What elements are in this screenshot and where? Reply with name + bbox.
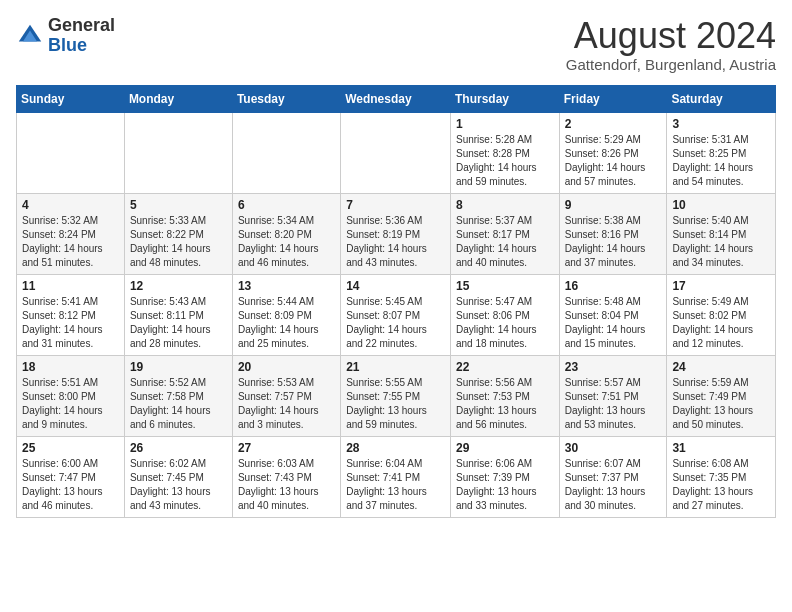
calendar-cell: 9Sunrise: 5:38 AMSunset: 8:16 PMDaylight… [559,193,667,274]
month-title: August 2024 [566,16,776,56]
day-number: 1 [456,117,554,131]
day-number: 25 [22,441,119,455]
day-number: 15 [456,279,554,293]
day-number: 27 [238,441,335,455]
calendar-cell: 14Sunrise: 5:45 AMSunset: 8:07 PMDayligh… [341,274,451,355]
calendar-cell: 8Sunrise: 5:37 AMSunset: 8:17 PMDaylight… [450,193,559,274]
calendar-cell [124,112,232,193]
col-header-monday: Monday [124,85,232,112]
calendar-cell: 23Sunrise: 5:57 AMSunset: 7:51 PMDayligh… [559,355,667,436]
calendar-cell: 1Sunrise: 5:28 AMSunset: 8:28 PMDaylight… [450,112,559,193]
calendar-cell: 12Sunrise: 5:43 AMSunset: 8:11 PMDayligh… [124,274,232,355]
calendar-cell: 27Sunrise: 6:03 AMSunset: 7:43 PMDayligh… [232,436,340,517]
day-number: 2 [565,117,662,131]
day-number: 5 [130,198,227,212]
logo-icon [16,22,44,50]
calendar-cell: 10Sunrise: 5:40 AMSunset: 8:14 PMDayligh… [667,193,776,274]
day-info: Sunrise: 5:53 AMSunset: 7:57 PMDaylight:… [238,376,335,432]
col-header-saturday: Saturday [667,85,776,112]
calendar-cell: 13Sunrise: 5:44 AMSunset: 8:09 PMDayligh… [232,274,340,355]
day-number: 10 [672,198,770,212]
calendar-week-4: 18Sunrise: 5:51 AMSunset: 8:00 PMDayligh… [17,355,776,436]
logo-blue: Blue [48,35,87,55]
day-info: Sunrise: 5:43 AMSunset: 8:11 PMDaylight:… [130,295,227,351]
calendar-cell: 2Sunrise: 5:29 AMSunset: 8:26 PMDaylight… [559,112,667,193]
day-info: Sunrise: 5:28 AMSunset: 8:28 PMDaylight:… [456,133,554,189]
col-header-thursday: Thursday [450,85,559,112]
day-info: Sunrise: 5:55 AMSunset: 7:55 PMDaylight:… [346,376,445,432]
day-info: Sunrise: 6:06 AMSunset: 7:39 PMDaylight:… [456,457,554,513]
calendar-cell: 11Sunrise: 5:41 AMSunset: 8:12 PMDayligh… [17,274,125,355]
day-info: Sunrise: 5:32 AMSunset: 8:24 PMDaylight:… [22,214,119,270]
calendar-cell: 6Sunrise: 5:34 AMSunset: 8:20 PMDaylight… [232,193,340,274]
day-number: 29 [456,441,554,455]
day-info: Sunrise: 5:38 AMSunset: 8:16 PMDaylight:… [565,214,662,270]
calendar-cell: 26Sunrise: 6:02 AMSunset: 7:45 PMDayligh… [124,436,232,517]
calendar-cell: 5Sunrise: 5:33 AMSunset: 8:22 PMDaylight… [124,193,232,274]
day-info: Sunrise: 5:40 AMSunset: 8:14 PMDaylight:… [672,214,770,270]
day-number: 3 [672,117,770,131]
day-number: 28 [346,441,445,455]
calendar-cell: 21Sunrise: 5:55 AMSunset: 7:55 PMDayligh… [341,355,451,436]
day-number: 24 [672,360,770,374]
day-info: Sunrise: 6:03 AMSunset: 7:43 PMDaylight:… [238,457,335,513]
calendar-cell: 25Sunrise: 6:00 AMSunset: 7:47 PMDayligh… [17,436,125,517]
calendar-cell: 28Sunrise: 6:04 AMSunset: 7:41 PMDayligh… [341,436,451,517]
day-number: 22 [456,360,554,374]
col-header-sunday: Sunday [17,85,125,112]
calendar-cell: 30Sunrise: 6:07 AMSunset: 7:37 PMDayligh… [559,436,667,517]
day-number: 20 [238,360,335,374]
day-info: Sunrise: 5:45 AMSunset: 8:07 PMDaylight:… [346,295,445,351]
calendar-cell: 22Sunrise: 5:56 AMSunset: 7:53 PMDayligh… [450,355,559,436]
day-number: 17 [672,279,770,293]
day-info: Sunrise: 6:07 AMSunset: 7:37 PMDaylight:… [565,457,662,513]
calendar-table: SundayMondayTuesdayWednesdayThursdayFrid… [16,85,776,518]
day-info: Sunrise: 6:00 AMSunset: 7:47 PMDaylight:… [22,457,119,513]
calendar-cell: 17Sunrise: 5:49 AMSunset: 8:02 PMDayligh… [667,274,776,355]
day-number: 26 [130,441,227,455]
calendar-week-2: 4Sunrise: 5:32 AMSunset: 8:24 PMDaylight… [17,193,776,274]
day-number: 7 [346,198,445,212]
title-block: August 2024 Gattendorf, Burgenland, Aust… [566,16,776,73]
day-number: 23 [565,360,662,374]
logo: General Blue [16,16,115,56]
calendar-cell [17,112,125,193]
day-number: 12 [130,279,227,293]
calendar-cell: 16Sunrise: 5:48 AMSunset: 8:04 PMDayligh… [559,274,667,355]
day-number: 30 [565,441,662,455]
day-info: Sunrise: 5:52 AMSunset: 7:58 PMDaylight:… [130,376,227,432]
day-info: Sunrise: 5:51 AMSunset: 8:00 PMDaylight:… [22,376,119,432]
calendar-header: SundayMondayTuesdayWednesdayThursdayFrid… [17,85,776,112]
day-info: Sunrise: 6:08 AMSunset: 7:35 PMDaylight:… [672,457,770,513]
location-subtitle: Gattendorf, Burgenland, Austria [566,56,776,73]
col-header-wednesday: Wednesday [341,85,451,112]
col-header-friday: Friday [559,85,667,112]
calendar-cell [232,112,340,193]
day-number: 11 [22,279,119,293]
day-info: Sunrise: 5:47 AMSunset: 8:06 PMDaylight:… [456,295,554,351]
page-header: General Blue August 2024 Gattendorf, Bur… [16,16,776,73]
day-number: 21 [346,360,445,374]
day-info: Sunrise: 5:56 AMSunset: 7:53 PMDaylight:… [456,376,554,432]
day-info: Sunrise: 5:59 AMSunset: 7:49 PMDaylight:… [672,376,770,432]
calendar-cell: 20Sunrise: 5:53 AMSunset: 7:57 PMDayligh… [232,355,340,436]
calendar-cell [341,112,451,193]
calendar-cell: 24Sunrise: 5:59 AMSunset: 7:49 PMDayligh… [667,355,776,436]
day-number: 19 [130,360,227,374]
day-number: 8 [456,198,554,212]
calendar-week-3: 11Sunrise: 5:41 AMSunset: 8:12 PMDayligh… [17,274,776,355]
day-number: 6 [238,198,335,212]
calendar-week-1: 1Sunrise: 5:28 AMSunset: 8:28 PMDaylight… [17,112,776,193]
logo-general: General [48,15,115,35]
day-info: Sunrise: 5:44 AMSunset: 8:09 PMDaylight:… [238,295,335,351]
calendar-cell: 4Sunrise: 5:32 AMSunset: 8:24 PMDaylight… [17,193,125,274]
calendar-cell: 29Sunrise: 6:06 AMSunset: 7:39 PMDayligh… [450,436,559,517]
day-info: Sunrise: 5:36 AMSunset: 8:19 PMDaylight:… [346,214,445,270]
day-info: Sunrise: 6:04 AMSunset: 7:41 PMDaylight:… [346,457,445,513]
calendar-week-5: 25Sunrise: 6:00 AMSunset: 7:47 PMDayligh… [17,436,776,517]
day-number: 31 [672,441,770,455]
calendar-body: 1Sunrise: 5:28 AMSunset: 8:28 PMDaylight… [17,112,776,517]
calendar-cell: 31Sunrise: 6:08 AMSunset: 7:35 PMDayligh… [667,436,776,517]
day-info: Sunrise: 5:57 AMSunset: 7:51 PMDaylight:… [565,376,662,432]
day-info: Sunrise: 5:31 AMSunset: 8:25 PMDaylight:… [672,133,770,189]
